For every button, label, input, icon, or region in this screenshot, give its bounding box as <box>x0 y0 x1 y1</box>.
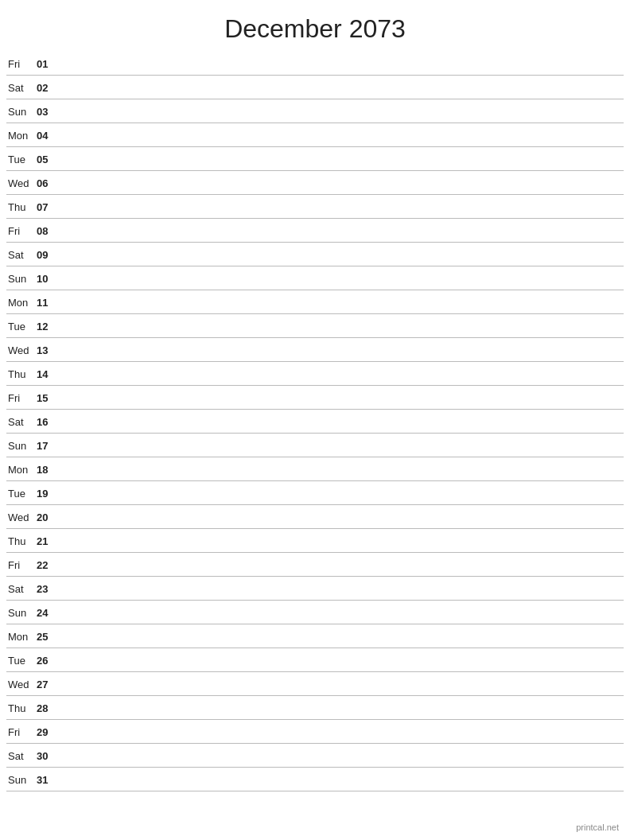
day-line <box>60 278 624 279</box>
day-name: Sun <box>6 106 37 118</box>
day-line <box>60 589 624 589</box>
day-number: 19 <box>37 488 60 500</box>
day-name: Tue <box>6 321 37 332</box>
day-number: 25 <box>37 631 60 643</box>
day-line <box>60 422 624 422</box>
day-line <box>60 756 624 756</box>
day-number: 15 <box>37 392 60 404</box>
day-number: 27 <box>37 679 60 690</box>
day-row: Fri01 <box>6 52 624 76</box>
day-row: Wed06 <box>6 171 624 195</box>
day-name: Fri <box>6 392 37 404</box>
day-line <box>60 541 624 542</box>
day-row: Mon18 <box>6 457 624 481</box>
day-name: Thu <box>6 702 37 714</box>
day-row: Mon25 <box>6 624 624 648</box>
day-name: Wed <box>6 344 37 356</box>
day-name: Sat <box>6 583 37 595</box>
day-row: Wed20 <box>6 505 624 529</box>
day-row: Sun24 <box>6 601 624 624</box>
day-row: Tue12 <box>6 314 624 338</box>
day-number: 22 <box>37 559 60 571</box>
day-name: Sat <box>6 416 37 428</box>
day-line <box>60 636 624 637</box>
day-row: Sat09 <box>6 243 624 266</box>
day-name: Sat <box>6 82 37 94</box>
calendar-grid: Fri01Sat02Sun03Mon04Tue05Wed06Thu07Fri08… <box>0 52 630 791</box>
day-row: Fri08 <box>6 219 624 243</box>
day-line <box>60 517 624 518</box>
footer-credit: printcal.net <box>576 822 619 832</box>
day-row: Fri29 <box>6 720 624 744</box>
day-row: Tue19 <box>6 481 624 505</box>
day-number: 10 <box>37 273 60 285</box>
day-number: 04 <box>37 130 60 142</box>
day-row: Thu21 <box>6 529 624 553</box>
day-number: 23 <box>37 583 60 595</box>
day-name: Fri <box>6 58 37 70</box>
day-number: 20 <box>37 511 60 523</box>
day-row: Sun31 <box>6 768 624 791</box>
day-line <box>60 135 624 136</box>
day-name: Sun <box>6 607 37 619</box>
day-name: Fri <box>6 559 37 571</box>
day-row: Fri15 <box>6 386 624 410</box>
day-line <box>60 445 624 446</box>
day-name: Sat <box>6 249 37 261</box>
day-row: Sun17 <box>6 434 624 457</box>
day-line <box>60 159 624 160</box>
day-name: Sat <box>6 750 37 762</box>
day-name: Fri <box>6 225 37 237</box>
day-name: Sun <box>6 774 37 786</box>
day-name: Mon <box>6 631 37 643</box>
day-line <box>60 612 624 613</box>
day-line <box>60 732 624 733</box>
day-name: Thu <box>6 535 37 547</box>
day-number: 02 <box>37 82 60 94</box>
day-number: 28 <box>37 702 60 714</box>
day-number: 11 <box>37 297 60 309</box>
day-name: Wed <box>6 177 37 189</box>
day-line <box>60 780 624 780</box>
day-number: 29 <box>37 726 60 738</box>
day-row: Wed27 <box>6 672 624 696</box>
day-number: 16 <box>37 416 60 428</box>
day-name: Sun <box>6 440 37 452</box>
day-line <box>60 350 624 351</box>
day-line <box>60 302 624 303</box>
day-line <box>60 183 624 184</box>
day-name: Thu <box>6 368 37 380</box>
day-line <box>60 493 624 494</box>
day-number: 01 <box>37 58 60 70</box>
day-row: Thu07 <box>6 195 624 219</box>
day-row: Wed13 <box>6 338 624 362</box>
day-line <box>60 88 624 88</box>
day-row: Thu14 <box>6 362 624 386</box>
day-number: 30 <box>37 750 60 762</box>
day-row: Sat02 <box>6 76 624 99</box>
day-row: Tue05 <box>6 147 624 171</box>
day-number: 18 <box>37 464 60 476</box>
day-name: Mon <box>6 464 37 476</box>
day-line <box>60 374 624 375</box>
day-number: 08 <box>37 225 60 237</box>
day-name: Tue <box>6 655 37 667</box>
day-number: 26 <box>37 655 60 667</box>
day-number: 05 <box>37 154 60 165</box>
day-line <box>60 111 624 112</box>
day-row: Mon04 <box>6 123 624 147</box>
day-row: Thu28 <box>6 696 624 720</box>
page-title: December 2073 <box>0 0 630 52</box>
day-name: Tue <box>6 488 37 500</box>
day-number: 24 <box>37 607 60 619</box>
day-number: 13 <box>37 344 60 356</box>
day-row: Mon11 <box>6 290 624 314</box>
day-row: Fri22 <box>6 553 624 577</box>
day-name: Tue <box>6 154 37 165</box>
day-line <box>60 326 624 327</box>
day-line <box>60 255 624 255</box>
day-row: Sun03 <box>6 99 624 123</box>
day-line <box>60 660 624 661</box>
day-number: 31 <box>37 774 60 786</box>
day-row: Sat23 <box>6 577 624 601</box>
